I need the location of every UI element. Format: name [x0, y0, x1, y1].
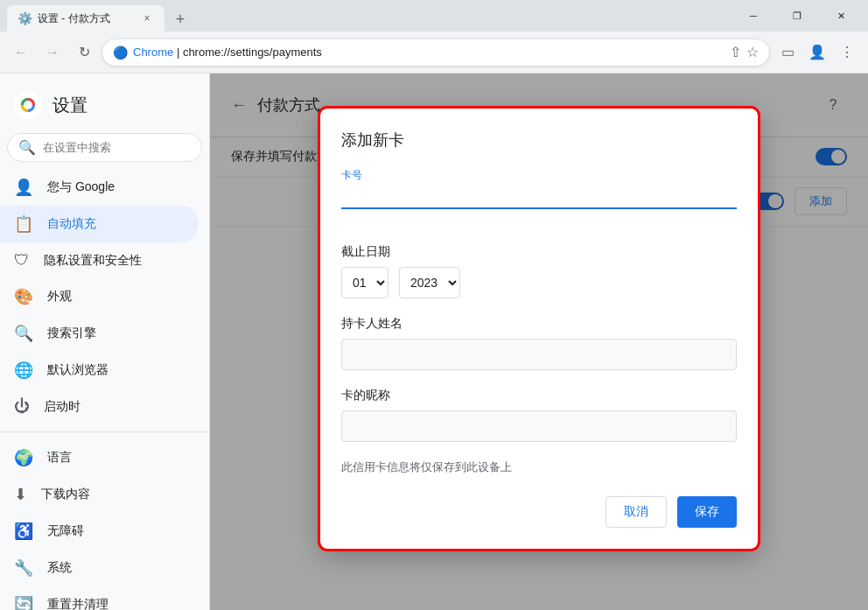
sidebar-item-label: 您与 Google — [47, 179, 115, 195]
close-button[interactable]: ✕ — [821, 4, 861, 28]
url-right-actions: ⇧ ☆ — [730, 44, 759, 60]
sidebar-item-label: 语言 — [47, 450, 72, 466]
cancel-button[interactable]: 取消 — [606, 496, 667, 528]
palette-icon: 🎨 — [14, 287, 33, 306]
sidebar-separator — [0, 431, 209, 432]
search-icon: 🔍 — [18, 139, 36, 156]
notice-text: 此信用卡信息将仅保存到此设备上 — [341, 459, 737, 475]
browser-icon: 🌐 — [14, 361, 33, 380]
main-layout: 设置 🔍 👤 您与 Google 📋 自动填充 🛡 隐私设置和安全性 🎨 外观 … — [0, 74, 868, 610]
sidebar-item-label: 启动时 — [44, 399, 80, 415]
tab-settings-icon: ⚙️ — [18, 11, 32, 25]
expiry-label: 截止日期 — [341, 244, 737, 260]
sidebar-item-label: 下载内容 — [41, 487, 90, 502]
app-title: 设置 — [52, 94, 88, 117]
holder-section: 持卡人姓名 — [341, 316, 737, 370]
dialog-footer: 取消 保存 — [341, 496, 737, 528]
restore-button[interactable]: ❐ — [777, 4, 817, 28]
wrench-icon: 🔧 — [14, 558, 33, 578]
security-icon: 🔵 — [113, 46, 128, 60]
url-bar[interactable]: 🔵 Chrome | chrome://settings/payments ⇧ … — [102, 39, 770, 67]
url-text: Chrome | chrome://settings/payments — [133, 46, 322, 59]
sidebar-item-language[interactable]: 🌍 语言 — [0, 439, 199, 476]
sidebar-item-system[interactable]: 🔧 系统 — [0, 550, 199, 586]
add-card-dialog: 添加新卡 卡号 截止日期 01 02 03 04 05 — [320, 109, 758, 549]
tabstrip-icon[interactable]: ▭ — [774, 39, 802, 67]
tab-title: 设置 - 付款方式 — [38, 11, 110, 26]
search-engine-icon: 🔍 — [14, 324, 33, 343]
tab-close-button[interactable]: × — [140, 11, 154, 25]
sidebar-item-google[interactable]: 👤 您与 Google — [0, 169, 199, 206]
back-button[interactable]: ← — [7, 39, 35, 67]
dialog-title: 添加新卡 — [341, 130, 737, 151]
sidebar-item-privacy[interactable]: 🛡 隐私设置和安全性 — [0, 242, 199, 278]
url-path: chrome://settings/payments — [183, 46, 322, 59]
sidebar-item-label: 隐私设置和安全性 — [44, 253, 142, 269]
language-icon: 🌍 — [14, 448, 33, 467]
profile-icon[interactable]: 👤 — [803, 39, 831, 67]
search-input[interactable] — [43, 141, 191, 154]
sidebar-item-label: 搜索引擎 — [47, 326, 96, 341]
sidebar-item-appearance[interactable]: 🎨 外观 — [0, 278, 199, 315]
year-select[interactable]: 2023 2024 2025 2026 2027 2028 — [399, 267, 460, 298]
url-protocol: Chrome — [133, 46, 173, 59]
sidebar-item-download[interactable]: ⬇ 下载内容 — [0, 476, 199, 513]
expiry-section: 截止日期 01 02 03 04 05 06 07 08 09 10 — [341, 244, 737, 298]
modal-overlay: 添加新卡 卡号 截止日期 01 02 03 04 05 — [210, 74, 868, 610]
new-tab-button[interactable]: + — [168, 7, 192, 32]
titlebar: ⚙️ 设置 - 付款方式 × + ─ ❐ ✕ — [0, 0, 868, 32]
share-icon[interactable]: ⇧ — [730, 44, 741, 60]
chrome-logo — [14, 91, 42, 119]
forward-button[interactable]: → — [38, 39, 66, 67]
content-area: ← 付款方式 ? 保存并填写付款方式 添加 添加新卡 卡号 — [210, 74, 868, 610]
shield-icon: 🛡 — [14, 251, 30, 270]
sidebar-item-startup[interactable]: ⏻ 启动时 — [0, 389, 199, 424]
sidebar-item-label: 自动填充 — [47, 216, 96, 232]
address-bar: ← → ↻ 🔵 Chrome | chrome://settings/payme… — [0, 32, 868, 74]
sidebar-item-label: 重置并清理 — [47, 597, 108, 610]
download-icon: ⬇ — [14, 485, 27, 504]
nickname-input[interactable] — [341, 410, 737, 442]
sidebar-item-accessibility[interactable]: ♿ 无障碍 — [0, 513, 199, 550]
minimize-button[interactable]: ─ — [733, 4, 774, 28]
save-button[interactable]: 保存 — [677, 496, 737, 528]
sidebar-item-browser[interactable]: 🌐 默认浏览器 — [0, 352, 199, 389]
window-controls: ─ ❐ ✕ — [733, 4, 861, 28]
sidebar-item-autofill[interactable]: 📋 自动填充 — [0, 206, 199, 242]
holder-input[interactable] — [341, 339, 737, 370]
sidebar-item-label: 系统 — [47, 560, 72, 576]
sidebar: 设置 🔍 👤 您与 Google 📋 自动填充 🛡 隐私设置和安全性 🎨 外观 … — [0, 74, 210, 610]
tab-area: ⚙️ 设置 - 付款方式 × + — [7, 0, 192, 32]
bookmark-icon[interactable]: ☆ — [746, 44, 759, 60]
sidebar-item-search[interactable]: 🔍 搜索引擎 — [0, 315, 199, 352]
sidebar-item-label: 默认浏览器 — [47, 362, 108, 378]
nickname-section: 卡的昵称 — [341, 388, 737, 442]
card-number-input[interactable] — [341, 186, 737, 209]
active-tab[interactable]: ⚙️ 设置 - 付款方式 × — [7, 5, 164, 32]
autofill-icon: 📋 — [14, 214, 33, 234]
refresh-button[interactable]: ↻ — [70, 39, 98, 67]
holder-label: 持卡人姓名 — [341, 316, 737, 332]
menu-icon[interactable]: ⋮ — [833, 39, 861, 67]
app-header: 设置 — [0, 84, 209, 133]
card-number-label: 卡号 — [341, 168, 737, 183]
search-bar[interactable]: 🔍 — [7, 133, 202, 162]
person-icon: 👤 — [14, 178, 33, 197]
nickname-label: 卡的昵称 — [341, 388, 737, 403]
month-select[interactable]: 01 02 03 04 05 06 07 08 09 10 11 12 — [341, 267, 388, 298]
url-separator: | — [177, 46, 183, 59]
power-icon: ⏻ — [14, 397, 30, 416]
card-number-section: 卡号 — [341, 168, 737, 227]
sidebar-item-reset[interactable]: 🔄 重置并清理 — [0, 586, 199, 610]
accessibility-icon: ♿ — [14, 522, 33, 541]
browser-toolbar: ▭ 👤 ⋮ — [774, 39, 861, 67]
reset-icon: 🔄 — [14, 595, 33, 610]
sidebar-item-label: 外观 — [47, 289, 72, 305]
date-row: 01 02 03 04 05 06 07 08 09 10 11 12 — [341, 267, 737, 298]
svg-point-2 — [24, 101, 32, 109]
sidebar-item-label: 无障碍 — [47, 523, 84, 539]
